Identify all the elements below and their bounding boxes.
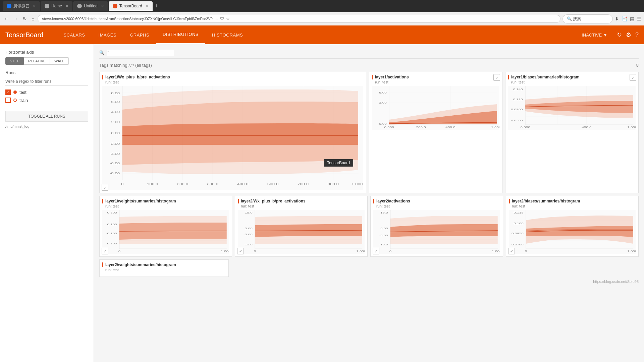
tab-label-tengxun: 腾讯微云 (13, 3, 30, 9)
run-label-test: test (19, 90, 26, 95)
svg-text:-2.00: -2.00 (110, 142, 120, 145)
nav-distributions[interactable]: DISTRIBUTIONS (156, 25, 205, 44)
run-item-train: train (5, 98, 88, 103)
svg-text:0.100: 0.100 (107, 223, 117, 226)
chart-run-3: run: test (508, 80, 636, 84)
expand-chart-1-btn[interactable]: ⤢ (102, 184, 108, 191)
axis-relative-btn[interactable]: RELATIVE (24, 57, 50, 65)
svg-text:400.0: 400.0 (445, 126, 455, 129)
main-search-input[interactable] (107, 50, 174, 56)
tab-icon-tensorboard (113, 4, 117, 8)
url-bar[interactable]: steve-lenovo-v2000:6006/#distributions&r… (38, 15, 560, 23)
svg-text:0.0800: 0.0800 (511, 108, 523, 111)
chart-card-1: layer1/Wx_plus_b/pre_activations run: te… (99, 72, 366, 193)
toggle-all-runs-button[interactable]: TOGGLE ALL RUNS (5, 111, 88, 122)
tab-tensorboard[interactable]: TensorBoard ✕ (109, 1, 153, 11)
reload-button[interactable]: ↻ (21, 15, 28, 23)
svg-text:-5.00: -5.00 (379, 234, 388, 237)
svg-text:0: 0 (118, 250, 121, 253)
chart-run-8: run: test (102, 268, 226, 272)
tab-icon-untitled (77, 4, 82, 8)
tb-nav: SCALARS IMAGES GRAPHS DISTRIBUTIONS HIST… (57, 25, 578, 44)
svg-text:1.000k: 1.000k (352, 182, 363, 185)
horizontal-axis-label: Horizontal axis (5, 50, 88, 55)
chart-area-1: 8.00 6.00 4.00 2.00 0.00 -2.00 -4.00 -6.… (102, 86, 363, 190)
help-icon[interactable]: ? (635, 32, 639, 39)
menu-icon[interactable]: ☰ (637, 16, 641, 21)
tab-home[interactable]: Home ✕ (41, 1, 72, 11)
chart-card-5: layer2/Wx_plus_b/pre_activations run: te… (235, 196, 368, 257)
expand-chart-7-btn[interactable]: ⤢ (508, 248, 515, 254)
refresh-icon[interactable]: ↻ (617, 31, 622, 39)
download-icon[interactable]: ⬇ (615, 16, 619, 21)
expand-chart-6-btn[interactable]: ⤢ (373, 248, 379, 254)
chart-title-5: layer2/Wx_plus_b/pre_activations (238, 199, 365, 203)
home-button[interactable]: ⌂ (30, 15, 36, 23)
svg-text:200.0: 200.0 (416, 126, 426, 129)
search-bar[interactable]: 🔍 搜索 (562, 14, 613, 23)
chart-card-7: layer2/biases/summaries/histogram run: t… (506, 196, 639, 257)
nav-inactive[interactable]: INACTIVE ▼ (578, 33, 611, 38)
tab-untitled[interactable]: Untitled ✕ (73, 1, 108, 11)
tab-tengxun[interactable]: 腾讯微云 ✕ (3, 1, 40, 11)
svg-text:900.0: 900.0 (327, 182, 339, 185)
tb-body: Horizontal axis STEP RELATIVE WALL Runs … (0, 44, 644, 362)
tab-close-tensorboard[interactable]: ✕ (146, 4, 149, 8)
run-checkbox-test[interactable] (5, 89, 11, 95)
bookmarks-icon[interactable]: 📑 (622, 16, 627, 21)
svg-text:1.000k: 1.000k (492, 250, 500, 253)
expand-chart-2-btn[interactable]: ⤢ (493, 74, 500, 81)
tab-icon-tengxun (7, 4, 11, 8)
runs-section: Runs test train (5, 70, 88, 103)
back-button[interactable]: ← (3, 15, 10, 23)
svg-text:-15.0: -15.0 (379, 243, 388, 246)
bookmark-icon[interactable]: ☆ (226, 16, 230, 21)
run-dot-test (13, 90, 17, 94)
url-more-options[interactable]: ··· (215, 16, 218, 21)
svg-text:0.0700: 0.0700 (512, 243, 524, 246)
chart-card-8: layer2/weights/summaries/histogram run: … (99, 259, 229, 277)
chart-title-6: layer2/activations (373, 199, 500, 203)
svg-text:-5.00: -5.00 (244, 233, 253, 236)
svg-text:0.00: 0.00 (111, 131, 120, 134)
run-checkbox-train[interactable] (5, 98, 11, 103)
svg-text:0: 0 (525, 250, 527, 253)
search-icon: 🔍 (567, 16, 572, 21)
svg-text:5.00: 5.00 (245, 227, 253, 230)
search-placeholder: 搜索 (573, 16, 581, 21)
tab-label-tensorboard: TensorBoard (119, 4, 142, 8)
new-tab-button[interactable]: + (155, 3, 158, 10)
axis-wall-btn[interactable]: WALL (50, 57, 69, 65)
main-search-icon: 🔍 (99, 50, 104, 55)
expand-chart-3-btn[interactable]: ⤢ (630, 74, 636, 81)
svg-text:1.000k: 1.000k (491, 126, 499, 129)
expand-chart-5-btn[interactable]: ⤢ (237, 248, 244, 254)
svg-text:3.00: 3.00 (379, 101, 387, 104)
svg-text:0.0850: 0.0850 (512, 232, 524, 235)
expand-chart-4-btn[interactable]: ⤢ (102, 248, 108, 254)
settings-icon[interactable]: ⚙ (626, 31, 631, 39)
tb-main: 🔍 Tags matching /.*/ (all tags) 8 layer1… (94, 44, 644, 362)
forward-button[interactable]: → (12, 15, 19, 23)
axis-step-btn[interactable]: STEP (5, 57, 24, 65)
svg-text:200.0: 200.0 (177, 182, 189, 185)
chart-row-2: layer1/weights/summaries/histogram run: … (99, 196, 639, 257)
footer: https://blog.csdn.net/Solo95 (99, 280, 639, 284)
tab-close-untitled[interactable]: ✕ (101, 4, 104, 8)
nav-graphs[interactable]: GRAPHS (123, 25, 156, 44)
tags-header: Tags matching /.*/ (all tags) 8 (99, 63, 639, 68)
runs-title: Runs (5, 70, 88, 75)
svg-text:15.0: 15.0 (380, 211, 388, 214)
nav-images[interactable]: IMAGES (92, 25, 123, 44)
filter-runs-input[interactable] (5, 78, 88, 85)
log-path: /tmp/mnist_log (5, 124, 88, 128)
tab-close-home[interactable]: ✕ (65, 4, 68, 8)
chart-area-5: 15.0 5.00 -5.00 -15.0 0 1.000k (238, 210, 365, 254)
tab-close-tengxun[interactable]: ✕ (33, 4, 36, 8)
nav-scalars[interactable]: SCALARS (57, 25, 92, 44)
nav-histograms[interactable]: HISTOGRAMS (205, 25, 250, 44)
chart-title-8: layer2/weights/summaries/histogram (102, 262, 226, 267)
toolbar-icons: ⬇ 📑 ▤ ☰ (615, 16, 641, 21)
svg-text:0.110: 0.110 (513, 98, 523, 101)
sidebar-toggle-icon[interactable]: ▤ (630, 16, 634, 21)
